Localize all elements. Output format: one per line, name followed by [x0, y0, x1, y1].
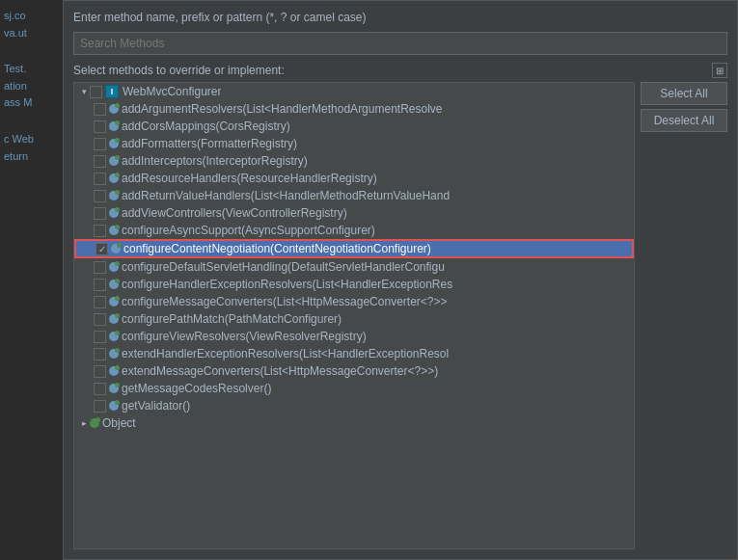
method-label-m12: configureMessageConverters(List<HttpMess… [122, 295, 448, 308]
checkbox-m16[interactable] [94, 365, 106, 378]
method-icon-m9 [111, 244, 121, 253]
method-item-m18[interactable]: getValidator() [74, 397, 634, 414]
method-label-m17: getMessageCodesResolver() [122, 382, 271, 395]
select-all-button[interactable]: Select All [641, 82, 727, 105]
method-icon-m14 [109, 332, 119, 341]
root-label: WebMvcConfigurer [123, 85, 221, 98]
root-checkbox[interactable] [90, 86, 102, 98]
checkbox-m5[interactable] [94, 173, 106, 185]
code-text: sj.co va.ut Test. ation ass M c Web etur… [4, 8, 59, 165]
method-item-m1[interactable]: addArgumentResolvers(List<HandlerMethodA… [74, 100, 634, 118]
method-icon-m16 [109, 366, 119, 376]
method-label-m13: configurePathMatch(PathMatchConfigurer) [122, 312, 342, 326]
method-icon-m6 [109, 191, 119, 200]
method-item-m2[interactable]: addCorsMappings(CorsRegistry) [74, 118, 634, 135]
checkbox-m12[interactable] [94, 296, 106, 308]
override-dialog: Enter method name, prefix or pattern (*,… [63, 0, 738, 560]
checkbox-m8[interactable] [94, 225, 106, 237]
method-item-m17[interactable]: getMessageCodesResolver() [74, 380, 634, 397]
method-item-m9[interactable]: ✓ configureContentNegotiation(ContentNeg… [74, 239, 634, 258]
method-label-m14: configureViewResolvers(ViewResolverRegis… [122, 330, 367, 343]
method-item-m3[interactable]: addFormatters(FormatterRegistry) [74, 135, 634, 152]
dialog-title: Enter method name, prefix or pattern (*,… [73, 11, 727, 24]
method-label-m3: addFormatters(FormatterRegistry) [122, 137, 297, 150]
checkbox-m3[interactable] [94, 138, 106, 150]
method-item-m10[interactable]: configureDefaultServletHandling(DefaultS… [74, 258, 634, 276]
method-label-m16: extendMessageConverters(List<HttpMessage… [122, 364, 438, 378]
buttons-panel: Select All Deselect All [641, 82, 727, 549]
list-label-row: Select methods to override or implement:… [73, 63, 727, 78]
checkbox-m15[interactable] [94, 348, 106, 360]
method-label-m10: configureDefaultServletHandling(DefaultS… [122, 260, 445, 274]
checkbox-m9[interactable]: ✓ [96, 243, 108, 255]
method-item-m7[interactable]: addViewControllers(ViewControllerRegistr… [74, 204, 634, 222]
method-icon-m8 [109, 226, 119, 235]
code-panel: sj.co va.ut Test. ation ass M c Web etur… [0, 0, 63, 560]
method-item-m13[interactable]: configurePathMatch(PathMatchConfigurer) [74, 310, 634, 328]
method-item-m11[interactable]: configureHandlerExceptionResolvers(List<… [74, 276, 634, 293]
tree-root[interactable]: ▾ I WebMvcConfigurer [74, 83, 634, 100]
method-label-m9: configureContentNegotiation(ContentNegot… [123, 242, 431, 255]
tree-object[interactable]: ▸ Object [74, 414, 634, 432]
method-item-m6[interactable]: addReturnValueHandlers(List<HandlerMetho… [74, 187, 634, 204]
method-label-m15: extendHandlerExceptionResolvers(List<Han… [122, 347, 449, 360]
checkbox-m17[interactable] [94, 383, 106, 395]
checkbox-m4[interactable] [94, 155, 106, 168]
method-icon-m13 [109, 314, 119, 324]
checkbox-m10[interactable] [94, 261, 106, 274]
search-input[interactable] [73, 32, 727, 55]
chevron-down-icon: ▾ [78, 86, 90, 97]
method-icon-m1 [109, 104, 119, 114]
methods-list[interactable]: ▾ I WebMvcConfigurer addArgumentResolver… [73, 82, 635, 549]
method-item-m8[interactable]: configureAsyncSupport(AsyncSupportConfig… [74, 222, 634, 239]
method-label-m11: configureHandlerExceptionResolvers(List<… [122, 278, 452, 291]
method-item-m16[interactable]: extendMessageConverters(List<HttpMessage… [74, 362, 634, 380]
method-label-m8: configureAsyncSupport(AsyncSupportConfig… [122, 224, 375, 237]
method-icon-m7 [109, 208, 119, 218]
list-label-text: Select methods to override or implement: [73, 64, 712, 77]
method-icon-m5 [109, 173, 119, 183]
checkbox-m18[interactable] [94, 400, 106, 413]
method-icon-m12 [109, 297, 119, 307]
deselect-all-button[interactable]: Deselect All [641, 109, 727, 132]
method-icon-m15 [109, 349, 119, 359]
method-icon-m10 [109, 262, 119, 272]
method-label-m5: addResourceHandlers(ResourceHandlerRegis… [122, 172, 377, 185]
method-label-m6: addReturnValueHandlers(List<HandlerMetho… [122, 189, 450, 202]
method-icon-m2 [109, 121, 119, 131]
main-area: ▾ I WebMvcConfigurer addArgumentResolver… [73, 82, 727, 549]
object-icon [90, 418, 99, 428]
method-icon-m3 [109, 139, 119, 148]
method-item-m14[interactable]: configureViewResolvers(ViewResolverRegis… [74, 328, 634, 345]
method-item-m4[interactable]: addInterceptors(InterceptorRegistry) [74, 152, 634, 170]
method-item-m15[interactable]: extendHandlerExceptionResolvers(List<Han… [74, 345, 634, 362]
method-label-m2: addCorsMappings(CorsRegistry) [122, 120, 290, 133]
checkbox-m7[interactable] [94, 207, 106, 220]
chevron-right-icon: ▸ [78, 417, 90, 429]
checkbox-m1[interactable] [94, 103, 106, 116]
method-label-m7: addViewControllers(ViewControllerRegistr… [122, 206, 347, 220]
method-icon-m4 [109, 156, 119, 166]
method-label-m1: addArgumentResolvers(List<HandlerMethodA… [122, 102, 443, 116]
checkbox-m13[interactable] [94, 313, 106, 326]
method-item-m12[interactable]: configureMessageConverters(List<HttpMess… [74, 293, 634, 310]
method-item-m5[interactable]: addResourceHandlers(ResourceHandlerRegis… [74, 170, 634, 187]
method-icon-m18 [109, 401, 119, 411]
checkbox-m11[interactable] [94, 279, 106, 291]
method-label-m18: getValidator() [122, 399, 190, 413]
method-icon-m11 [109, 280, 119, 289]
class-icon: I [105, 85, 119, 98]
object-label: Object [102, 416, 136, 430]
checkbox-m2[interactable] [94, 120, 106, 133]
method-label-m4: addInterceptors(InterceptorRegistry) [122, 154, 308, 168]
checkbox-m6[interactable] [94, 190, 106, 202]
method-icon-m17 [109, 384, 119, 393]
checkbox-m14[interactable] [94, 331, 106, 343]
list-expand-icon[interactable]: ⊞ [712, 63, 727, 78]
